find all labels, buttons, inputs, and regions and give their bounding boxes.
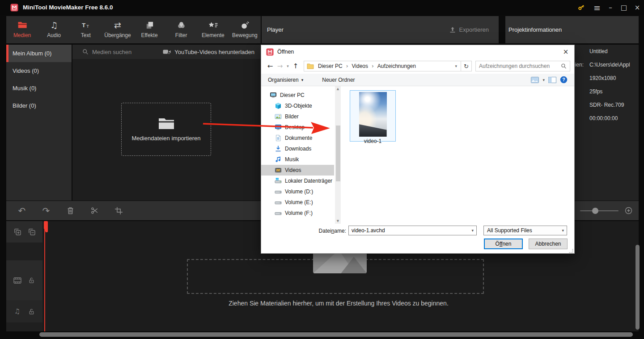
folder-tree-scrollbar[interactable]: ▲ ▼ bbox=[335, 86, 341, 224]
sidebar-item-bilder-0[interactable]: Bilder (0) bbox=[6, 97, 72, 114]
close-button[interactable]: × bbox=[631, 0, 644, 15]
cancel-button[interactable]: Abbrechen bbox=[529, 239, 568, 249]
organize-menu[interactable]: Organisieren ▾ bbox=[268, 77, 303, 83]
redo-icon[interactable]: ↷ bbox=[41, 205, 51, 216]
desktop-icon bbox=[275, 124, 282, 131]
video-track-header bbox=[6, 260, 42, 300]
tree-scrollbar-thumb[interactable] bbox=[336, 126, 340, 181]
folder-red-icon bbox=[17, 20, 27, 30]
open-file-dialog: Öffnen × ← → ▾ ↑ Dieser PC›Videos›Aufzei… bbox=[261, 45, 575, 254]
tree-scroll-up-icon[interactable]: ▲ bbox=[335, 86, 341, 92]
add-track-icon[interactable] bbox=[13, 228, 21, 236]
export-button[interactable]: Exportieren bbox=[449, 26, 489, 33]
breadcrumb-separator-icon: › bbox=[370, 63, 375, 69]
ribbon-tab-uebergaenge[interactable]: ⇄Übergänge bbox=[102, 16, 133, 43]
music-icon bbox=[275, 156, 282, 163]
minimize-button[interactable]: – bbox=[604, 0, 617, 15]
pictures-icon bbox=[275, 113, 282, 120]
tree-scroll-down-icon[interactable]: ▼ bbox=[335, 218, 341, 224]
remove-track-icon[interactable] bbox=[28, 228, 36, 236]
tree-item-desktop[interactable]: Desktop bbox=[261, 122, 334, 133]
zoom-in-icon[interactable] bbox=[625, 207, 632, 214]
license-key-icon[interactable] bbox=[574, 0, 588, 15]
menu-icon[interactable]: ≡ bbox=[590, 0, 604, 15]
ribbon-tab-filter[interactable]: Filter bbox=[165, 16, 197, 43]
drive-os-icon bbox=[275, 177, 282, 184]
dialog-title-bar: Öffnen × bbox=[261, 45, 574, 59]
ribbon-tab-elemente[interactable]: Elemente bbox=[197, 16, 229, 43]
ribbon-tab-audio[interactable]: ♫Audio bbox=[38, 16, 70, 43]
filetype-select[interactable]: All Supported Files ▾ bbox=[483, 226, 567, 235]
youtube-download-button[interactable]: YouTube-Videos herunterladen bbox=[163, 49, 254, 55]
ribbon-tab-label: Filter bbox=[175, 32, 187, 38]
playhead-line bbox=[44, 221, 45, 331]
nav-forward-icon[interactable]: → bbox=[275, 61, 285, 71]
motion-icon bbox=[241, 20, 249, 30]
nav-history-chevron-icon[interactable]: ▾ bbox=[285, 61, 291, 71]
downloads-icon bbox=[275, 145, 282, 152]
timeline-vertical-scrollbar[interactable] bbox=[636, 245, 640, 330]
zoom-slider-thumb[interactable] bbox=[592, 208, 598, 214]
ribbon-tab-medien[interactable]: Medien bbox=[6, 16, 38, 43]
timeline-empty-hint: Ziehen Sie Materialien hierher, um mit d… bbox=[38, 300, 639, 307]
ribbon-tab-label: Elemente bbox=[202, 32, 225, 38]
help-icon[interactable]: ? bbox=[560, 76, 568, 84]
media-search-input[interactable] bbox=[92, 49, 159, 55]
open-button[interactable]: Öffnen bbox=[484, 239, 523, 249]
maximize-button[interactable]: □ bbox=[617, 0, 631, 15]
ribbon-tab-text[interactable]: TTText bbox=[70, 16, 102, 43]
tree-item-volume-e[interactable]: Volume (E:) bbox=[261, 197, 334, 208]
sidebar-item-videos-0[interactable]: Videos (0) bbox=[6, 62, 72, 80]
tree-item-volume-d[interactable]: Volume (D:) bbox=[261, 186, 334, 197]
breadcrumb-videos[interactable]: Videos bbox=[350, 63, 370, 69]
tree-item-3d-objekte[interactable]: 3D-Objekte bbox=[261, 100, 334, 111]
dialog-close-icon[interactable]: × bbox=[557, 45, 574, 59]
tree-item-dokumente[interactable]: Dokumente bbox=[261, 133, 334, 143]
view-options-chevron-icon[interactable]: ▾ bbox=[542, 78, 545, 82]
sidebar-item-mein-album-0[interactable]: Mein Album (0) bbox=[6, 45, 72, 62]
address-dropdown-icon[interactable]: ▾ bbox=[455, 64, 460, 68]
tree-item-dieser-pc[interactable]: Dieser PC bbox=[261, 90, 334, 100]
resize-grip[interactable] bbox=[569, 249, 573, 253]
crop-icon[interactable] bbox=[113, 205, 124, 216]
ribbon-tab-effekte[interactable]: Effekte bbox=[134, 16, 165, 43]
tree-item-bilder[interactable]: Bilder bbox=[261, 111, 334, 122]
delete-icon[interactable] bbox=[65, 205, 76, 216]
tree-item-musik[interactable]: Musik bbox=[261, 154, 334, 165]
new-folder-button[interactable]: Neuer Ordner bbox=[322, 77, 355, 83]
ribbon-tab-label: Text bbox=[81, 32, 91, 38]
dialog-app-icon bbox=[266, 48, 274, 56]
zoom-slider[interactable] bbox=[580, 210, 619, 211]
preview-pane-icon[interactable] bbox=[548, 77, 556, 83]
sidebar-item-musik-0[interactable]: Musik (0) bbox=[6, 80, 72, 97]
undo-icon[interactable]: ↶ bbox=[17, 205, 27, 216]
nav-up-icon[interactable]: ↑ bbox=[291, 61, 301, 71]
filter-icon bbox=[177, 20, 186, 30]
tree-item-label: Musik bbox=[285, 156, 299, 163]
refresh-icon[interactable]: ↻ bbox=[461, 61, 472, 71]
ribbon-tab-bewegung[interactable]: Bewegung bbox=[229, 16, 261, 43]
nav-back-icon[interactable]: ← bbox=[265, 61, 275, 71]
tree-item-volume-f[interactable]: Volume (F:) bbox=[261, 208, 334, 218]
tree-item-videos[interactable]: Videos bbox=[261, 165, 334, 176]
tree-item-lokaler-datentr-ger[interactable]: Lokaler Datenträger ( bbox=[261, 176, 334, 186]
filename-input[interactable] bbox=[349, 227, 469, 234]
new-folder-label: Neuer Ordner bbox=[322, 77, 355, 83]
video-track-lock-icon[interactable] bbox=[28, 276, 36, 285]
dialog-search-input[interactable] bbox=[476, 63, 561, 69]
ribbon-tab-label: Medien bbox=[13, 32, 31, 38]
audio-track-lock-icon[interactable] bbox=[28, 307, 36, 315]
filename-dropdown-icon[interactable]: ▾ bbox=[469, 228, 476, 233]
tree-item-downloads[interactable]: Downloads bbox=[261, 143, 334, 154]
breadcrumb-aufzeichnungen[interactable]: Aufzeichnungen bbox=[375, 63, 418, 69]
file-item-video-1[interactable]: video-1 bbox=[350, 90, 396, 142]
breadcrumb-dieser-pc[interactable]: Dieser PC bbox=[316, 63, 345, 69]
view-thumbnails-icon[interactable] bbox=[531, 77, 539, 83]
split-icon[interactable] bbox=[89, 205, 100, 216]
dialog-navigation-bar: ← → ▾ ↑ Dieser PC›Videos›Aufzeichnungen … bbox=[261, 59, 574, 74]
import-media-dropzone[interactable]: Mediendateien importieren bbox=[121, 103, 211, 156]
track-header-top bbox=[6, 221, 42, 243]
address-breadcrumb-bar[interactable]: Dieser PC›Videos›Aufzeichnungen ▾ bbox=[304, 61, 461, 71]
timeline-horizontal-scrollbar[interactable] bbox=[39, 332, 633, 337]
ribbon-tab-label: Audio bbox=[47, 32, 61, 38]
